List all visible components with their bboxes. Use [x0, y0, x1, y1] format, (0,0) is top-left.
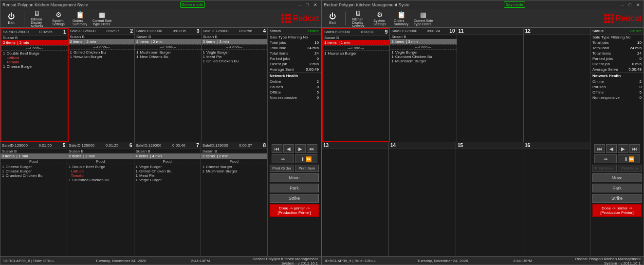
ticket-5-body: 1Cheese Burger 1Cheese Burger 1Crumbed C…	[0, 164, 67, 256]
ticket-8-section: ---Food---	[201, 159, 267, 164]
sep1-left	[24, 12, 24, 25]
online-count-right: Online2	[590, 79, 644, 84]
maximize-btn-right[interactable]: □	[627, 2, 633, 7]
list-item: 1Mushroom Burger	[391, 59, 455, 63]
ticket-8-time: 0:00:37	[239, 143, 252, 148]
current-sale-btn-left[interactable]: ▦ Current Sale Type Filters	[92, 11, 111, 26]
kitchen-grid-left: SaleID:129000 0:02:35 1 Susan B 2 items …	[0, 28, 321, 257]
nav-first-btn-left[interactable]: ⏮	[272, 144, 282, 153]
nav-prev-btn-right[interactable]: ◀	[606, 144, 617, 153]
window-controls-right[interactable]: ─ □ ✕	[619, 2, 642, 7]
orders-icon-right: 📋	[397, 11, 405, 19]
window-controls-left[interactable]: ─ □ ✕	[296, 2, 319, 7]
grid-row2-left: SaleID:129000 0:01:55 5 Susan B 3 items …	[0, 142, 321, 257]
ticket-6[interactable]: SaleID:129000 0:01:25 6 Susan B 2 items …	[67, 142, 134, 256]
ticket-4-section: ---Food---	[202, 44, 268, 50]
kitchen-display-btn-left[interactable]: 🖥 Kitchen Display Network	[28, 9, 46, 28]
ticket-4-header: SaleID:129000 0:01:56 4	[202, 28, 268, 35]
ticket-2[interactable]: SaleID:129000 0:02:17 2 Susan B 2 items …	[69, 28, 135, 142]
ticket-9-wait: | 1 min	[339, 40, 350, 45]
system-settings-btn-right[interactable]: ⚙ System Settings	[371, 11, 388, 26]
play-btn-left[interactable]: ⇒	[272, 154, 294, 163]
print-item-btn-right: Print Item	[618, 165, 642, 172]
ticket-7[interactable]: SaleID:129000 0:00:46 7 Susan B 4 items …	[134, 142, 201, 256]
ticket-10-count: 3 items	[391, 39, 404, 44]
done-btn-right[interactable]: Done -> printer -> [Production Printer]	[592, 204, 642, 217]
list-item: 1Vegie Burger	[391, 50, 455, 55]
total-jobs-left: Total jobs10	[268, 40, 321, 45]
list-item: 1Double Beef Burge	[3, 51, 66, 56]
nav-prev-btn-left[interactable]: ◀	[283, 144, 294, 153]
paused-count-right: Paused0	[590, 84, 644, 90]
ticket-1[interactable]: SaleID:129000 0:02:35 1 Susan B 2 items …	[0, 28, 69, 142]
kitchen-display-btn-right[interactable]: 🖥 Kitchen Display Network	[350, 9, 367, 28]
ticket-4-bar: 3 items | 3 min	[202, 39, 268, 44]
ticket-9[interactable]: SaleID:129000 0:00:31 9 Susan B 1 items …	[322, 28, 390, 142]
ticket-10[interactable]: SaleID:129000 0:00:24 10 Susan B 3 items…	[390, 28, 457, 142]
orders-summary-btn-right[interactable]: 📋 Orders Summary	[392, 11, 410, 26]
nav-last-btn-left[interactable]: ⏭	[307, 144, 317, 153]
redcat-brand-left: Redcat	[293, 14, 319, 23]
minimize-btn-right[interactable]: ─	[619, 2, 625, 7]
park-btn-right[interactable]: Park	[592, 184, 642, 192]
ticket-5-id: SaleID:129000	[2, 143, 28, 148]
parked-jobs-left: Parked jobs0	[268, 56, 321, 61]
nav-next-btn-left[interactable]: ▶	[295, 144, 306, 153]
ticket-7-bar: 4 items | 4 min	[134, 153, 201, 159]
ticket-1-bar: 2 items | 2 min	[1, 40, 68, 45]
exit-btn-left[interactable]: ⏻ Exit	[2, 12, 20, 25]
move-btn-right[interactable]: Move	[592, 173, 642, 182]
mode-badge-right: Spy mode	[504, 1, 525, 8]
status-online-left: Online	[308, 29, 319, 33]
minimize-btn-left[interactable]: ─	[296, 2, 302, 7]
statusbar-date-right: Tuesday, November 24, 2020	[405, 259, 480, 263]
exit-btn-right[interactable]: ⏻ Exit	[324, 12, 341, 25]
statusbar-version-right: Redcat Polygon Kitchen Management System…	[565, 257, 641, 265]
ticket-8[interactable]: SaleID:129000 0:00:37 8 Susan B 2 items …	[201, 142, 267, 256]
move-btn-left[interactable]: Move	[270, 173, 319, 182]
title-bar-left: Redcat Polygon Kitchen Management Syste …	[0, 0, 321, 9]
redcat-dots-right	[604, 14, 614, 23]
parked-jobs-right: Parked jobs0	[590, 56, 644, 61]
redcat-logo-right: Redcat	[604, 14, 642, 23]
list-item: 1Cheese Burger	[3, 64, 66, 69]
list-item: 1Crumbed Chicken Bu	[391, 55, 455, 59]
strike-btn-left[interactable]: Strike	[270, 194, 319, 203]
current-sale-btn-right[interactable]: ▦ Current Sale Type Filters	[414, 11, 433, 26]
play-btn-right[interactable]: ⇒	[594, 154, 617, 163]
maximize-btn-left[interactable]: □	[305, 2, 310, 7]
strike-btn-right[interactable]: Strike	[592, 194, 642, 203]
ticket-6-bar: 2 items | 2 min	[67, 153, 133, 159]
close-btn-left[interactable]: ✕	[312, 2, 319, 7]
nav-first-btn-right[interactable]: ⏮	[594, 144, 605, 153]
ticket-5-count: 3 items	[2, 154, 15, 158]
oldest-job-left: Oldest job2 min	[268, 61, 321, 67]
nav-last-btn-right[interactable]: ⏭	[629, 144, 640, 153]
ticket-3-name: Susan B	[135, 35, 201, 39]
ticket-8-body: 1Cheese Burger 1Mushroom Burger	[201, 164, 267, 256]
ff-btn-right[interactable]: ⏸⏩	[618, 154, 640, 163]
ticket-6-name: Susan B	[67, 149, 133, 153]
close-btn-right[interactable]: ✕	[635, 2, 642, 7]
system-settings-label-right: System Settings	[373, 19, 386, 26]
print-btns-left: Print Order Print Item	[270, 165, 319, 172]
ticket-4[interactable]: SaleID:129000 0:01:56 4 Susan B 3 items …	[202, 28, 268, 142]
nav-next-btn-right[interactable]: ▶	[618, 144, 628, 153]
print-order-btn-left[interactable]: Print Order	[270, 165, 294, 172]
ticket-3-body: 1Mushroom Burger 1New Orleans Bu	[135, 50, 201, 142]
print-order-btn-right: Print Order	[592, 165, 617, 172]
list-item: 1Vegie Burger	[203, 50, 266, 55]
orders-summary-btn-left[interactable]: 📋 Orders Summary	[71, 11, 89, 26]
monitor-icon-left: 🖥	[34, 9, 40, 17]
ticket-5[interactable]: SaleID:129000 0:01:55 5 Susan B 3 items …	[0, 142, 67, 256]
status-online-right: Online	[630, 29, 642, 33]
print-item-btn-left[interactable]: Print Item	[295, 165, 319, 172]
ticket-3[interactable]: SaleID:129000 0:02:05 3 Susan B 2 items …	[135, 28, 202, 142]
ticket-3-id: SaleID:129000	[136, 29, 162, 33]
ticket-2-num: 2	[130, 28, 133, 34]
ff-btn-left[interactable]: ⏸⏩	[295, 154, 317, 163]
ticket-9-body: 1Hawaiian Burger	[323, 51, 389, 141]
done-btn-left[interactable]: Done -> printer -> [Production Printer]	[270, 204, 319, 217]
system-settings-btn-left[interactable]: ⚙ System Settings	[50, 11, 67, 26]
park-btn-left[interactable]: Park	[270, 184, 319, 192]
